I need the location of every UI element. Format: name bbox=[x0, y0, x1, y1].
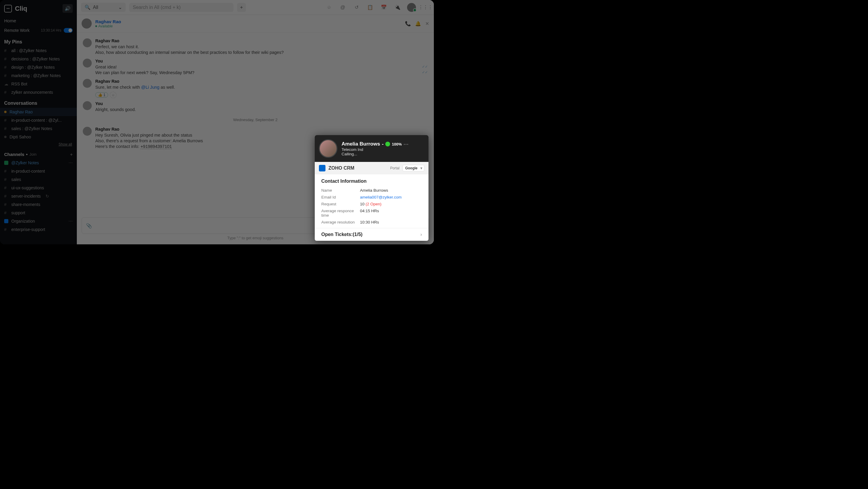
more-icon[interactable]: ⋯ bbox=[68, 160, 73, 165]
conversation-item[interactable]: #in-product-content : @Zyl... bbox=[0, 116, 77, 124]
reaction-chip[interactable]: 👍 1 bbox=[95, 92, 108, 98]
info-row: Average resolution10:30 HRs bbox=[321, 219, 422, 226]
info-value: 04:15 HRs bbox=[360, 209, 379, 218]
message-sender: Raghav Rao bbox=[95, 79, 428, 84]
channel-item[interactable]: #sales bbox=[0, 175, 77, 184]
more-icon[interactable]: ⋯ bbox=[68, 219, 73, 224]
message-sender: Raghav Rao bbox=[95, 38, 428, 43]
remote-timer: 13:30:14 Hrs bbox=[41, 28, 61, 32]
info-key: Email Id bbox=[321, 195, 360, 199]
message-avatar[interactable] bbox=[83, 79, 92, 88]
chat-header: Raghav Rao Available 📞 🔔 ✕ bbox=[77, 15, 434, 32]
info-row: Average responce time04:15 HRs bbox=[321, 207, 422, 219]
contact-name[interactable]: Raghav Rao bbox=[95, 19, 121, 24]
info-value[interactable]: amelia007@zylker.com bbox=[360, 195, 402, 199]
channel-item[interactable]: #share-moments bbox=[0, 200, 77, 209]
nav-home[interactable]: Home bbox=[0, 16, 77, 26]
info-value: Amelia Burrows bbox=[360, 188, 388, 193]
history-icon[interactable]: ↺ bbox=[352, 3, 361, 11]
info-key: Name bbox=[321, 188, 360, 193]
info-value: 10:30 HRs bbox=[360, 220, 379, 224]
contact-status: Available bbox=[95, 24, 121, 28]
plug-icon[interactable]: 🔌 bbox=[393, 3, 402, 11]
message-text: Also, how about conducting an internal s… bbox=[95, 50, 428, 55]
conversation-item[interactable]: Dipti Sahoo bbox=[0, 133, 77, 141]
caller-company: Telecom Ind bbox=[342, 147, 408, 152]
pins-heading: My Pins bbox=[0, 35, 77, 46]
star-icon[interactable]: ☆ bbox=[325, 3, 333, 11]
mentions-icon[interactable]: @ bbox=[339, 3, 347, 11]
channel-item[interactable]: #enterprise-support bbox=[0, 225, 77, 234]
chevron-down-icon: ⌄ bbox=[118, 4, 122, 10]
pinned-item[interactable]: #marketing : @Zylker Notes bbox=[0, 71, 77, 80]
app-brand: Cliq bbox=[15, 5, 27, 12]
pinned-item[interactable]: ☁RSS Bot bbox=[0, 80, 77, 88]
join-link[interactable]: Join bbox=[29, 152, 37, 157]
phone-link[interactable]: +919894397101 bbox=[141, 144, 172, 149]
remote-work-row: Remote Work 13:30:14 Hrs bbox=[0, 26, 77, 35]
user-avatar[interactable] bbox=[407, 3, 416, 12]
message-text: Perfect, we can host it. bbox=[95, 44, 428, 49]
channels-heading: Channels bbox=[4, 152, 24, 157]
caller-name: Amelia Burrows bbox=[342, 141, 380, 147]
channel-item[interactable]: Organization⋯ bbox=[0, 217, 77, 225]
caller-avatar bbox=[319, 139, 337, 158]
channel-item[interactable]: #in-product-content bbox=[0, 167, 77, 175]
message-avatar[interactable] bbox=[83, 38, 92, 47]
bell-icon[interactable]: 🔔 bbox=[415, 21, 421, 27]
message: YouGreat idea!✓✓We can plan for next wee… bbox=[83, 59, 428, 76]
conversations-heading: Conversations bbox=[0, 96, 77, 108]
info-row: Request10 (2 Open) bbox=[321, 201, 422, 207]
close-icon[interactable]: ✕ bbox=[425, 21, 429, 27]
add-reaction-icon[interactable]: ☺ bbox=[110, 92, 117, 98]
pinned-item[interactable]: #all : @Zylker Notes bbox=[0, 46, 77, 55]
scope-dropdown[interactable]: 🔍 All ⌄ bbox=[81, 3, 126, 12]
more-icon[interactable]: ⋯ bbox=[403, 141, 408, 147]
chevron-right-icon: › bbox=[421, 232, 422, 237]
contact-avatar[interactable] bbox=[82, 19, 92, 29]
hash-icon: # bbox=[4, 65, 8, 70]
crm-label: ZOHO CRM bbox=[329, 165, 354, 171]
clipboard-icon[interactable]: 📋 bbox=[366, 3, 374, 11]
channel-item[interactable]: @Zylker Notes⋯ bbox=[0, 159, 77, 167]
conversation-item[interactable]: Raghav Rao bbox=[0, 108, 77, 116]
hash-icon: # bbox=[4, 48, 8, 53]
message-text: Alright, sounds good. bbox=[95, 107, 428, 112]
call-icon[interactable]: 📞 bbox=[405, 21, 411, 27]
channel-item[interactable]: #ui-ux-suggestions bbox=[0, 184, 77, 192]
hash-icon: ☁ bbox=[4, 82, 8, 86]
sidebar: ••• Cliq 🔊 Home Remote Work 13:30:14 Hrs… bbox=[0, 0, 77, 244]
message-sender: You bbox=[95, 101, 428, 106]
message-text: Sure, let me check with @Li Jung as well… bbox=[95, 85, 428, 90]
apps-grid-icon[interactable]: ⋮⋮⋮ bbox=[421, 3, 430, 11]
happiness-percent: 100% bbox=[392, 142, 402, 146]
speaker-icon[interactable]: 🔊 bbox=[63, 4, 73, 13]
attach-icon[interactable]: 📎 bbox=[86, 223, 92, 229]
channel-item[interactable]: #server-incidents↻ bbox=[0, 192, 77, 200]
channel-item[interactable]: #support bbox=[0, 209, 77, 217]
remote-toggle[interactable] bbox=[64, 28, 73, 33]
search-input[interactable]: Search in All (cmd + k) bbox=[129, 3, 234, 12]
app-logo-icon: ••• bbox=[4, 5, 12, 12]
message-avatar[interactable] bbox=[83, 127, 92, 136]
caller-popup: Amelia Burrows - 100% ⋯ Telecom Ind Call… bbox=[315, 135, 429, 241]
conversation-item[interactable]: #sales : @Zylker Notes bbox=[0, 124, 77, 133]
crm-icon bbox=[319, 165, 326, 171]
info-row: Email Idamelia007@zylker.com bbox=[321, 194, 422, 201]
hash-icon: # bbox=[4, 90, 8, 95]
show-all-link[interactable]: Show all bbox=[0, 141, 77, 148]
pinned-item[interactable]: #zylker announcements bbox=[0, 88, 77, 96]
pinned-item[interactable]: #decisions : @Zylker Notes bbox=[0, 55, 77, 63]
add-channel-icon[interactable]: + bbox=[70, 152, 73, 157]
new-button[interactable]: + bbox=[237, 3, 246, 12]
message-avatar[interactable] bbox=[83, 101, 92, 110]
info-key: Average responce time bbox=[321, 209, 360, 218]
pinned-item[interactable]: #design : @Zylker Notes bbox=[0, 63, 77, 71]
portal-dropdown[interactable]: Google bbox=[403, 165, 424, 171]
message-sender: Raghav Rao bbox=[95, 127, 428, 132]
open-tickets-row[interactable]: Open Tickets:(1/5) › bbox=[315, 228, 429, 241]
message: Raghav RaoSure, let me check with @Li Ju… bbox=[83, 79, 428, 98]
remote-work-label: Remote Work bbox=[4, 28, 29, 33]
message-avatar[interactable] bbox=[83, 59, 92, 68]
calendar-icon[interactable]: 📅 bbox=[380, 3, 388, 11]
